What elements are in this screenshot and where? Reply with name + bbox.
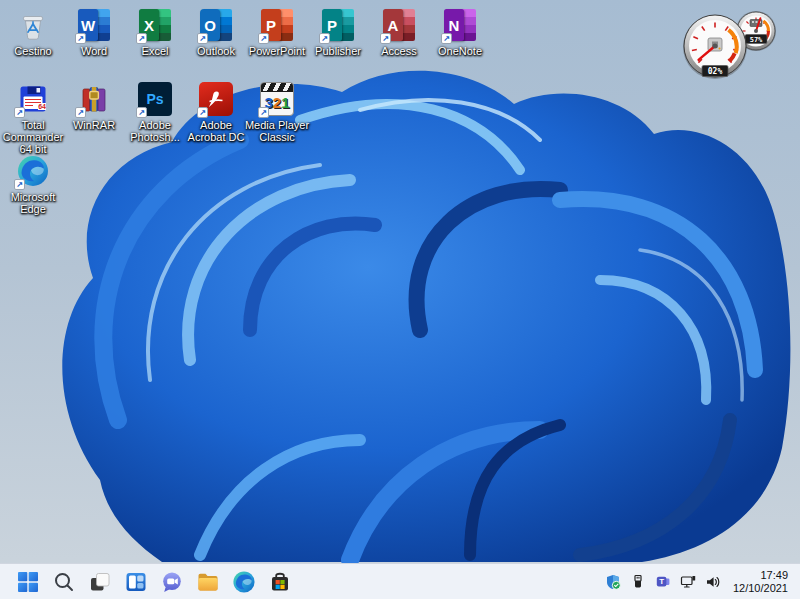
taskbar-clock[interactable]: 17:49 12/10/2021 (729, 569, 796, 595)
icon-label: AdobeAcrobat DC (188, 119, 245, 143)
windows-security-tray-icon[interactable] (604, 573, 622, 591)
edge-browser-button[interactable] (230, 568, 258, 596)
edge-icon: ↗ (16, 154, 50, 188)
desktop: Cestino W ↗ Word X ↗ Excel O ↗ Outlook P… (0, 0, 800, 599)
cpu-usage-value: 02% (708, 67, 723, 76)
clock-date: 12/10/2021 (733, 582, 788, 595)
access-icon: A ↗ (382, 8, 416, 42)
shortcut-arrow-icon: ↗ (14, 107, 25, 118)
ram-usage-value: 57% (750, 36, 763, 44)
system-tray: T 17:49 12/10/2021 (604, 564, 796, 599)
shortcut-arrow-icon: ↗ (75, 107, 86, 118)
search-button[interactable] (50, 568, 78, 596)
task-view-button[interactable] (86, 568, 114, 596)
icon-label: Cestino (14, 45, 51, 57)
shortcut-arrow-icon: ↗ (441, 33, 452, 44)
icon-label: Word (81, 45, 107, 57)
outlook-icon: O ↗ (199, 8, 233, 42)
desktop-icon-microsoft-edge[interactable]: ↗ MicrosoftEdge (0, 154, 71, 215)
network-tray-icon[interactable] (679, 573, 697, 591)
widgets-icon (124, 570, 148, 594)
taskbar: T 17:49 12/10/2021 (0, 563, 800, 599)
icon-label: Access (381, 45, 416, 57)
shortcut-arrow-icon: ↗ (136, 107, 147, 118)
shortcut-arrow-icon: ↗ (14, 179, 25, 190)
teams-tray-icon[interactable]: T (654, 573, 672, 591)
word-icon: W ↗ (77, 8, 111, 42)
file-explorer-button[interactable] (194, 568, 222, 596)
shortcut-arrow-icon: ↗ (258, 107, 269, 118)
photoshop-icon: Ps ↗ (138, 82, 172, 116)
icon-label: Media PlayerClassic (245, 119, 309, 143)
shortcut-arrow-icon: ↗ (136, 33, 147, 44)
excel-icon: X ↗ (138, 8, 172, 42)
icon-label: AdobePhotosh... (130, 119, 180, 143)
icon-label: Excel (142, 45, 169, 57)
desktop-icon-onenote[interactable]: N ↗ OneNote (422, 8, 498, 57)
icon-label: Publisher (315, 45, 361, 57)
microsoft-store-button[interactable] (266, 568, 294, 596)
total-commander-icon: 64 ↗ (16, 82, 50, 116)
usb-device-tray-icon[interactable] (629, 573, 647, 591)
search-icon (52, 570, 76, 594)
task-view-icon (88, 570, 112, 594)
onenote-icon: N ↗ (443, 8, 477, 42)
clock-time: 17:49 (733, 569, 788, 582)
microsoft-store-icon (268, 570, 292, 594)
shortcut-arrow-icon: ↗ (197, 107, 208, 118)
volume-tray-icon[interactable] (704, 573, 722, 591)
shortcut-arrow-icon: ↗ (380, 33, 391, 44)
acrobat-icon: ↗ (199, 82, 233, 116)
chat-button[interactable] (158, 568, 186, 596)
powerpoint-icon: P ↗ (260, 8, 294, 42)
icon-label: MicrosoftEdge (11, 191, 56, 215)
media-player-classic-icon: 321 ↗ (260, 82, 294, 116)
chat-icon (160, 570, 184, 594)
icon-label: TotalCommander64 bit (3, 119, 64, 155)
icon-label: PowerPoint (249, 45, 305, 57)
widgets-button[interactable] (122, 568, 150, 596)
shortcut-arrow-icon: ↗ (75, 33, 86, 44)
start-button[interactable] (14, 568, 42, 596)
recycle-bin-icon (16, 8, 50, 42)
taskbar-buttons (14, 564, 294, 599)
shortcut-arrow-icon: ↗ (258, 33, 269, 44)
icon-label: OneNote (438, 45, 482, 57)
file-explorer-icon (196, 570, 220, 594)
icon-label: WinRAR (73, 119, 115, 131)
winrar-icon: ↗ (77, 82, 111, 116)
edge-icon (232, 570, 256, 594)
cpu-ram-gauge-gadget[interactable]: 57% 02% (678, 8, 796, 86)
svg-text:T: T (659, 577, 664, 586)
icon-label: Outlook (197, 45, 235, 57)
windows-logo-icon (16, 570, 40, 594)
desktop-icon-media-player-classic[interactable]: 321 ↗ Media PlayerClassic (239, 82, 315, 143)
shortcut-arrow-icon: ↗ (319, 33, 330, 44)
shortcut-arrow-icon: ↗ (197, 33, 208, 44)
publisher-icon: P ↗ (321, 8, 355, 42)
